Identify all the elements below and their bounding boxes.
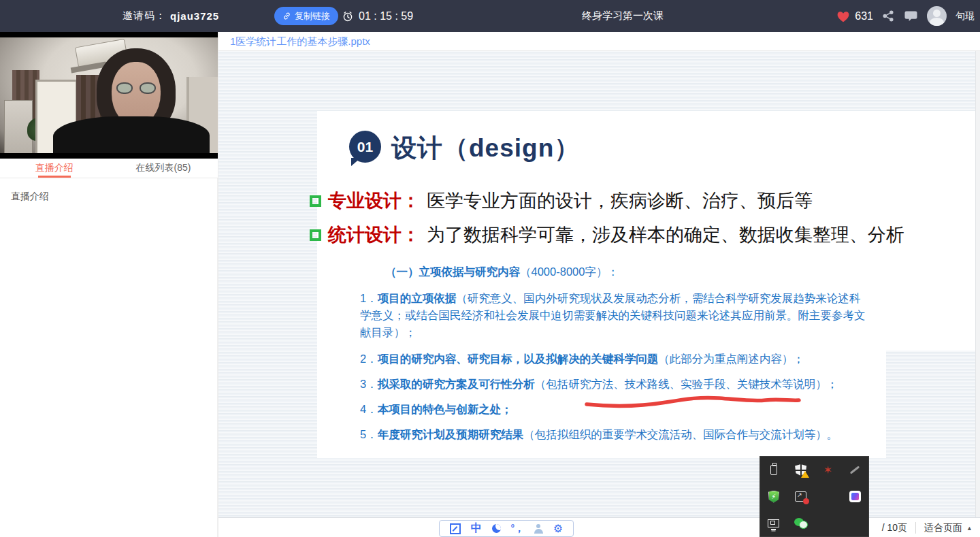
class-timer: 01 : 15 : 59 [342,0,413,32]
red-underline-annotation [583,393,802,409]
list-item: 1．项目的立项依据（研究意义、国内外研究现状及发展动态分析，需结合科学研究发展趋… [360,290,868,341]
divider [915,522,916,534]
course-title: 终身学习第一次课 [582,0,664,32]
item-rest: （包括拟组织的重要学术交流活动、国际合作与交流计划等）。 [523,428,838,440]
chevron-up-icon: ▲ [966,525,973,532]
link-icon [282,12,291,20]
network-monitor-icon[interactable] [760,510,787,536]
settings-gear-icon[interactable]: ⚙ [553,523,563,534]
screen-record-icon[interactable] [787,483,815,510]
item-bold: 拟采取的研究方案及可行性分析 [378,378,535,390]
user-icon[interactable] [534,524,543,533]
heart-icon[interactable] [836,10,851,23]
item-rest: （包括研究方法、技术路线、实验手段、关键技术等说明）； [535,378,838,390]
live-intro-text: 直播介绍 [11,191,49,203]
invite-label: 邀请码： [122,10,166,22]
green-square-icon [310,229,321,241]
top-bar: 邀请码：qjau3725 复制链接 01 : 15 : 59 终身学习第一次课 … [0,0,980,32]
item-bold: 项目的立项依据 [378,292,457,304]
presenter-glasses [116,82,157,95]
copy-link-button[interactable]: 复制链接 [274,7,338,25]
presenter-body [53,116,210,153]
page-total: / 10页 [882,522,907,534]
clock-icon [342,10,354,22]
user-name: 句琨 [956,10,975,22]
share-icon[interactable] [882,10,895,22]
ime-logo-icon[interactable] [450,523,461,534]
item-bold: 年度研究计划及预期研究结果 [378,428,524,440]
sidebar-tabs: 直播介绍 在线列表(85) [0,159,218,178]
slide-viewer[interactable]: 01 设计（design） 专业设计： 医学专业方面的设计，疾病诊断、治疗、预后… [218,51,980,517]
likes[interactable]: 631 [836,10,873,23]
item-number: 3． [360,378,378,390]
file-bar: 1医学统计工作的基本步骤.pptx [218,32,980,51]
bullet-statistical-design: 统计设计： 为了数据科学可靠，涉及样本的确定、数据收集整理、分析 [310,223,904,247]
moon-icon[interactable] [492,524,501,533]
item-bold: 项目的研究内容、研究目标，以及拟解决的关键科学问题 [378,353,659,365]
scrollbar[interactable] [975,51,980,517]
item-bold: 本项目的特色与创新之处； [378,403,512,415]
chat-icon[interactable] [904,10,918,22]
invite-code: 邀请码：qjau3725 [122,0,219,32]
slide-number-badge: 01 [349,131,381,163]
webcam-scene [0,37,218,153]
user-avatar[interactable] [927,6,947,26]
invite-code-value: qjau3725 [170,10,219,22]
item-rest: （此部分为重点阐述内容）； [658,353,804,365]
bullet-label: 统计设计： [328,223,420,247]
likes-count: 631 [855,10,873,22]
wechat-icon[interactable] [787,510,815,536]
timer-value: 01 : 15 : 59 [359,10,413,22]
bullet-professional-design: 专业设计： 医学专业方面的设计，疾病诊断、治疗、预后等 [310,189,813,213]
device-alert-icon[interactable]: ✶ [815,457,842,483]
green-square-icon [310,195,321,207]
slide-title: 设计（design） [391,131,580,165]
item-number: 2． [360,353,378,365]
bullet-label: 专业设计： [328,189,420,213]
system-tray-popup: ✶ ⚡ [760,456,869,537]
item-number: 5． [360,428,378,440]
tab-live-intro[interactable]: 直播介绍 [0,159,109,178]
copy-link-label: 复制链接 [295,10,330,22]
top-bar-actions: 631 句琨 [836,0,975,32]
ime-toolbar: 中 °， ⚙ [439,520,574,537]
punctuation-icon[interactable]: °， [510,523,524,535]
list-item: 3．拟采取的研究方案及可行性分析（包括研究方法、技术路线、实验手段、关键技术等说… [360,376,868,393]
presenter-video[interactable] [0,32,218,159]
live-class-window: 邀请码：qjau3725 复制链接 01 : 15 : 59 终身学习第一次课 … [0,0,980,537]
sidebar-panel: 直播介绍 [0,178,218,537]
chinese-mode-icon[interactable]: 中 [471,521,482,536]
section-heading-bold: （一）立项依据与研究内容 [385,265,520,278]
item-number: 4． [360,403,378,415]
list-item: 5．年度研究计划及预期研究结果（包括拟组织的重要学术交流活动、国际合作与交流计划… [360,426,868,443]
document-filename[interactable]: 1医学统计工作的基本步骤.pptx [230,32,370,51]
section-heading-rest: （4000-8000字）： [520,265,619,278]
bullet-text: 为了数据科学可靠，涉及样本的确定、数据收集整理、分析 [427,223,904,247]
fit-page-dropdown[interactable]: 适合页面 ▲ [924,522,973,534]
security-shield-icon[interactable]: ⚡ [760,483,787,510]
mute-icon[interactable] [841,457,868,483]
list-item: 2．项目的研究内容、研究目标，以及拟解决的关键科学问题（此部分为重点阐述内容）； [360,351,868,368]
item-number: 1． [360,292,378,304]
usb-icon[interactable] [760,457,787,483]
section-heading: （一）立项依据与研究内容（4000-8000字）： [385,265,619,280]
windows-defender-icon[interactable] [787,457,815,483]
photos-icon[interactable] [841,483,868,510]
fit-page-label: 适合页面 [924,522,962,534]
page-controls: / 10页 适合页面 ▲ [882,518,973,537]
tab-online-list[interactable]: 在线列表(85) [109,159,218,178]
bullet-text: 医学专业方面的设计，疾病诊断、治疗、预后等 [427,189,813,213]
